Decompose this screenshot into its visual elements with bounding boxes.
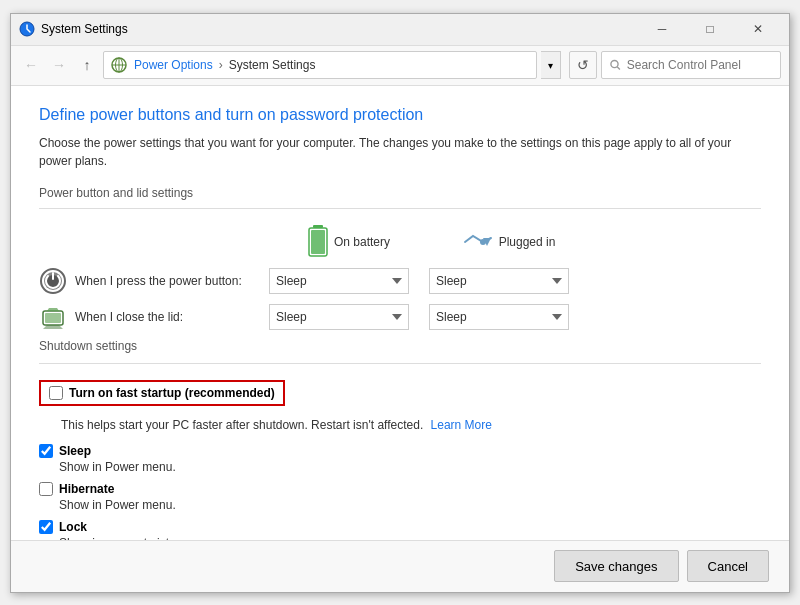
page-description: Choose the power settings that you want … <box>39 134 761 170</box>
power-button-row-label: When I press the power button: <box>75 274 242 288</box>
section-divider <box>39 208 761 209</box>
fast-startup-box: Turn on fast startup (recommended) <box>39 380 285 406</box>
power-button-label-cell: When I press the power button: <box>39 267 269 295</box>
refresh-button[interactable]: ↺ <box>569 51 597 79</box>
window-controls: ─ □ ✕ <box>639 15 781 43</box>
lid-label-cell: When I close the lid: <box>39 303 269 331</box>
footer: Save changes Cancel <box>11 540 789 592</box>
hibernate-desc: Show in Power menu. <box>59 498 761 512</box>
window-icon <box>19 21 35 37</box>
minimize-button[interactable]: ─ <box>639 15 685 43</box>
svg-point-11 <box>480 239 486 245</box>
column-headers: On battery Plugged in <box>269 225 761 259</box>
system-settings-window: System Settings ─ □ ✕ ← → ↑ Power Option… <box>10 13 790 593</box>
plug-icon <box>463 230 493 254</box>
hibernate-checkbox[interactable] <box>39 482 53 496</box>
svg-rect-17 <box>45 313 61 323</box>
address-field: Power Options › System Settings <box>103 51 537 79</box>
window-title: System Settings <box>41 22 639 36</box>
fast-startup-label: Turn on fast startup (recommended) <box>69 386 275 400</box>
breadcrumb-separator: › <box>219 58 223 72</box>
search-input[interactable] <box>627 58 772 72</box>
page-title: Define power buttons and turn on passwor… <box>39 106 761 124</box>
forward-button[interactable]: → <box>47 53 71 77</box>
shutdown-divider <box>39 363 761 364</box>
svg-rect-9 <box>311 230 325 254</box>
breadcrumb-power-options[interactable]: Power Options <box>134 58 213 72</box>
plugged-in-label: Plugged in <box>499 235 556 249</box>
search-field[interactable] <box>601 51 781 79</box>
power-button-icon <box>39 267 67 295</box>
breadcrumb-current: System Settings <box>229 58 316 72</box>
battery-icon <box>308 225 328 259</box>
lid-row: When I close the lid: Do nothing Sleep H… <box>39 303 761 331</box>
lock-checkbox[interactable] <box>39 520 53 534</box>
plugged-in-header: Plugged in <box>429 230 589 254</box>
title-bar: System Settings ─ □ ✕ <box>11 14 789 46</box>
on-battery-label: On battery <box>334 235 390 249</box>
sleep-checkbox-row: Sleep <box>39 444 761 458</box>
cancel-button[interactable]: Cancel <box>687 550 769 582</box>
svg-point-5 <box>611 61 618 68</box>
power-button-plugged-in-select[interactable]: Do nothing Sleep Hibernate Shut down <box>429 268 569 294</box>
address-globe-icon <box>110 56 128 74</box>
lid-row-label: When I close the lid: <box>75 310 183 324</box>
hibernate-label: Hibernate <box>59 482 114 496</box>
sleep-checkbox[interactable] <box>39 444 53 458</box>
fast-startup-wrapper: Turn on fast startup (recommended) <box>39 380 761 414</box>
content-area: Define power buttons and turn on passwor… <box>11 86 789 540</box>
power-button-dropdowns: Do nothing Sleep Hibernate Shut down Do … <box>269 268 569 294</box>
hibernate-checkbox-row: Hibernate <box>39 482 761 496</box>
power-button-section-title: Power button and lid settings <box>39 186 761 200</box>
power-button-on-battery-select[interactable]: Do nothing Sleep Hibernate Shut down <box>269 268 409 294</box>
back-button[interactable]: ← <box>19 53 43 77</box>
lid-icon <box>39 303 67 331</box>
search-icon <box>610 59 621 71</box>
learn-more-link[interactable]: Learn More <box>431 418 492 432</box>
close-button[interactable]: ✕ <box>735 15 781 43</box>
lid-dropdowns: Do nothing Sleep Hibernate Shut down Do … <box>269 304 569 330</box>
address-bar: ← → ↑ Power Options › System Settings ▾ … <box>11 46 789 86</box>
save-changes-button[interactable]: Save changes <box>554 550 678 582</box>
address-dropdown-btn[interactable]: ▾ <box>541 51 561 79</box>
lid-plugged-in-select[interactable]: Do nothing Sleep Hibernate Shut down <box>429 304 569 330</box>
lock-label: Lock <box>59 520 87 534</box>
lock-checkbox-row: Lock <box>39 520 761 534</box>
power-button-row: When I press the power button: Do nothin… <box>39 267 761 295</box>
lid-on-battery-select[interactable]: Do nothing Sleep Hibernate Shut down <box>269 304 409 330</box>
on-battery-header: On battery <box>269 225 429 259</box>
sleep-desc: Show in Power menu. <box>59 460 761 474</box>
sleep-label: Sleep <box>59 444 91 458</box>
up-button[interactable]: ↑ <box>75 53 99 77</box>
fast-startup-checkbox[interactable] <box>49 386 63 400</box>
fast-startup-description: This helps start your PC faster after sh… <box>61 418 761 432</box>
shutdown-section-title: Shutdown settings <box>39 339 761 353</box>
svg-line-6 <box>617 67 620 70</box>
maximize-button[interactable]: □ <box>687 15 733 43</box>
